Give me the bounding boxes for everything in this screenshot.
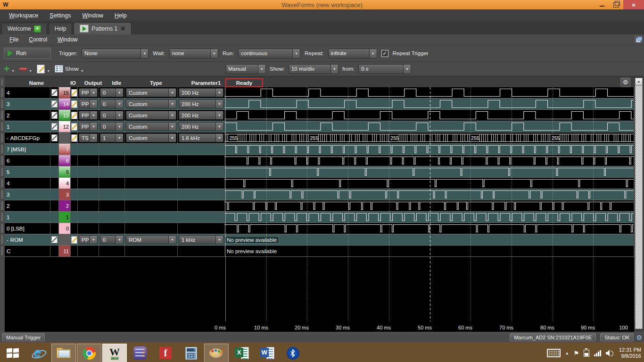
taskbar-item-waveforms[interactable]: W2015 [102,344,127,362]
row-drag-handle[interactable] [0,156,4,165]
pencil-icon-cell[interactable] [71,121,78,132]
channel-name[interactable]: 4 [5,178,50,189]
row-drag-handle[interactable] [0,88,4,98]
type-select[interactable]: Custom▼ [126,122,176,131]
channel-name[interactable]: -ROM [5,234,50,245]
io-cell[interactable]: 0 [59,223,71,234]
battery-icon[interactable] [584,350,589,357]
menubar-item-settings[interactable]: Settings [44,11,76,20]
taskbar-item-chrome[interactable] [77,344,101,362]
note-icon[interactable] [51,123,58,130]
parameter1-select[interactable]: 200 Hz▼ [179,99,223,108]
note-icon-cell[interactable] [50,132,59,143]
row-drag-handle[interactable] [0,246,4,256]
note-icon[interactable] [51,134,58,141]
io-cell[interactable] [59,234,71,245]
channel-name[interactable]: -ABCDEFGp [5,132,50,143]
parameter1-select[interactable]: 1.6 kHz▼ [179,133,223,142]
io-cell[interactable]: 7 [59,144,71,155]
device-button[interactable]: Marcum_AD2 SN:210321A19F0E [510,333,596,341]
network-signal-icon[interactable] [594,350,601,356]
note-icon-cell[interactable] [50,87,59,98]
chevron-down-icon[interactable]: ▼ [29,69,32,73]
run-mode-select[interactable]: continuous ▼ [238,49,300,58]
pencil-icon[interactable] [71,100,77,108]
vertical-scrollbar[interactable]: ▲ [635,78,643,329]
parameter1-select[interactable]: 200 Hz▼ [179,88,223,97]
channel-name[interactable]: 3 [5,189,50,200]
parameter1-select[interactable]: 1 kHz▼ [179,235,223,244]
channel-name[interactable]: 2 [5,110,50,121]
io-cell[interactable] [59,132,71,143]
output-select[interactable]: PP▼ [79,235,98,244]
scroll-up-button[interactable]: ▲ [635,78,643,85]
remove-channel-button[interactable] [19,68,27,70]
edit-button[interactable] [37,65,45,74]
repeat-trigger-checkbox[interactable]: ✓ [381,50,388,57]
volume-icon[interactable] [606,350,613,356]
scrollbar-track[interactable] [635,85,643,329]
zoom-mode-select[interactable]: Manual ▼ [225,64,266,74]
output-select[interactable]: PP▼ [79,88,98,97]
collapse-indicator[interactable]: - [7,237,8,243]
note-icon[interactable] [51,112,58,119]
taskbar-item-calculator[interactable]: 0 [179,344,203,362]
row-drag-handle[interactable] [0,201,4,211]
channel-name[interactable]: 7 [MSB] [5,144,50,155]
channel-name[interactable]: 2 [5,200,50,211]
output-select[interactable]: TS▼ [79,133,98,142]
row-drag-handle[interactable] [0,133,4,143]
show-menu-icon[interactable] [55,65,63,73]
gear-icon[interactable]: ⚙ [620,78,630,87]
pencil-icon-cell[interactable] [71,132,78,143]
row-drag-handle[interactable] [0,110,4,120]
tab-welcome[interactable]: Welcome+ [1,23,47,34]
io-cell[interactable]: 6 [59,155,71,166]
row-drag-handle[interactable] [0,235,4,245]
output-select[interactable]: PP▼ [79,122,98,131]
row-drag-handle[interactable] [0,178,4,188]
row-drag-handle[interactable] [0,99,4,109]
action-center-flag-icon[interactable]: ⚑ [574,350,579,357]
taskbar-item-filezilla[interactable]: f [153,344,178,362]
pencil-icon-cell[interactable] [71,99,78,109]
cascade-windows-icon[interactable] [635,35,643,43]
io-cell[interactable]: 5 [59,166,71,177]
taskbar-item-ie[interactable]: e [26,344,50,362]
tray-expand-icon[interactable]: ▲ [565,351,569,355]
io-cell[interactable]: 14 [59,99,71,109]
idle-select[interactable]: 0▼ [100,235,124,244]
output-select[interactable]: PP▼ [79,99,98,108]
clock[interactable]: 12:31 PM 9/8/2016 [619,347,641,359]
type-select[interactable]: Custom▼ [126,111,176,120]
io-cell[interactable]: 4 [59,178,71,189]
type-select[interactable]: ROM▼ [126,235,176,244]
tab-patterns-1[interactable]: Patterns 1✕ [74,22,132,34]
parameter1-select[interactable]: 200 Hz▼ [179,111,223,120]
note-icon[interactable] [51,89,58,96]
channel-name[interactable]: 5 [5,166,50,177]
note-icon[interactable] [51,236,58,243]
status-badge[interactable]: Status: OK [600,333,634,341]
touch-keyboard-icon[interactable] [547,349,561,357]
idle-select[interactable]: 1▼ [100,133,124,142]
pencil-icon-cell[interactable] [71,234,78,245]
repeat-select[interactable]: infinite ▼ [328,49,377,58]
pencil-icon-cell[interactable] [71,87,78,98]
add-channel-button[interactable]: + [4,65,9,73]
channel-name[interactable]: C [5,246,50,256]
output-select[interactable]: PP▼ [79,111,98,120]
manual-trigger-button[interactable]: Manual Trigger [2,333,45,341]
pencil-icon[interactable] [71,134,77,142]
idle-select[interactable]: 0▼ [100,122,124,131]
channel-name[interactable]: 6 [5,155,50,166]
type-select[interactable]: Custom▼ [126,88,176,97]
collapse-indicator[interactable]: - [7,135,8,141]
note-icon[interactable] [51,100,58,107]
taskbar-item-explorer[interactable] [51,344,76,362]
io-cell[interactable]: 3 [59,189,71,200]
wait-select[interactable]: none ▼ [169,49,218,58]
show-menu-label[interactable]: Show [65,66,79,72]
idle-select[interactable]: 0▼ [100,99,124,108]
restore-button[interactable] [609,0,623,9]
